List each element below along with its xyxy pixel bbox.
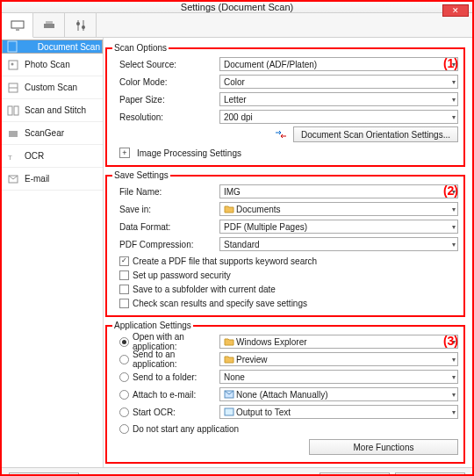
save-in-value: Documents (236, 205, 281, 214)
file-name-value: IMG (224, 187, 241, 197)
chevron-down-icon: ▾ (452, 96, 456, 104)
titlebar: Settings (Document Scan) ✕ (2, 2, 472, 13)
keyword-search-label: Create a PDF file that supports keyword … (133, 256, 317, 266)
open-with-app-value: Windows Explorer (236, 337, 307, 347)
defaults-button[interactable]: Defaults (320, 472, 390, 477)
section-number-3: (3) (443, 334, 458, 348)
color-mode-value: Color (224, 77, 245, 87)
chevron-down-icon: ▾ (452, 408, 456, 416)
scanner-icon (42, 20, 56, 31)
password-security-label: Set up password security (133, 270, 231, 280)
sidebar-item-label: ScanGear (25, 128, 64, 138)
svg-rect-19 (225, 408, 233, 415)
svg-point-10 (11, 62, 14, 65)
tab-from-scanner[interactable] (33, 13, 65, 38)
scangear-icon (7, 127, 19, 140)
window-title: Settings (Document Scan) (181, 2, 293, 12)
folder-icon (224, 205, 234, 213)
send-to-app-dropdown[interactable]: Preview▾ (219, 352, 458, 366)
svg-rect-3 (46, 21, 53, 24)
email-icon (7, 173, 19, 185)
pdf-compression-label: PDF Compression: (112, 240, 219, 249)
orientation-swap-icon[interactable] (274, 129, 288, 140)
stitch-icon (7, 105, 19, 117)
start-ocr-label: Start OCR: (133, 407, 176, 417)
svg-point-7 (82, 25, 85, 29)
sidebar-item-email[interactable]: E-mail (2, 168, 103, 191)
select-source-label: Select Source: (112, 60, 219, 69)
attach-email-label: Attach to e-mail: (133, 390, 196, 400)
chevron-down-icon: ▾ (452, 206, 456, 213)
paper-size-value: Letter (224, 95, 247, 105)
send-to-folder-dropdown[interactable]: None▾ (219, 370, 458, 384)
send-to-app-value: Preview (236, 355, 268, 364)
tab-tools[interactable] (65, 13, 97, 38)
svg-rect-2 (44, 24, 54, 28)
chevron-down-icon: ▾ (452, 391, 456, 399)
chevron-down-icon: ▾ (452, 78, 456, 86)
pdf-compression-value: Standard (224, 240, 260, 249)
send-to-app-label: Send to an application: (133, 350, 219, 369)
file-name-combo[interactable]: IMG▾ (219, 184, 458, 198)
sidebar-item-label: Photo Scan (25, 60, 70, 69)
expand-image-processing-button[interactable]: + (119, 148, 130, 158)
subfolder-date-checkbox[interactable] (119, 285, 129, 294)
top-tabs (2, 13, 472, 38)
pdf-compression-dropdown[interactable]: Standard▾ (219, 237, 458, 251)
color-mode-dropdown[interactable]: Color▾ (219, 75, 458, 89)
sidebar-item-label: Custom Scan (25, 83, 77, 92)
orientation-settings-button[interactable]: Document Scan Orientation Settings... (293, 126, 458, 142)
svg-rect-0 (11, 21, 24, 28)
sidebar-item-label: Scan and Stitch (25, 105, 86, 115)
explorer-icon (224, 337, 234, 346)
resolution-dropdown[interactable]: 200 dpi▾ (219, 110, 458, 124)
do-not-start-radio[interactable] (119, 424, 129, 434)
application-settings-group: Application Settings (3) Open with an ap… (105, 321, 465, 464)
sidebar-item-label: OCR (25, 151, 44, 161)
sidebar-item-custom-scan[interactable]: Custom Scan (2, 76, 103, 99)
sidebar-item-label: Document Scan (38, 42, 100, 52)
password-security-checkbox[interactable] (119, 270, 129, 280)
tab-from-computer[interactable] (2, 13, 33, 38)
custom-icon (7, 82, 19, 94)
preview-icon (224, 355, 234, 364)
open-with-app-dropdown[interactable]: Windows Explorer▾ (219, 335, 458, 349)
svg-point-5 (76, 22, 80, 25)
instructions-button[interactable]: Instructions (9, 472, 79, 477)
start-ocr-dropdown[interactable]: Output to Text▾ (219, 405, 458, 419)
data-format-dropdown[interactable]: PDF (Multiple Pages)▾ (219, 220, 458, 234)
sidebar-item-ocr[interactable]: TOCR (2, 145, 103, 168)
chevron-down-icon: ▾ (452, 223, 456, 231)
sidebar-item-photo-scan[interactable]: Photo Scan (2, 54, 103, 76)
attach-email-dropdown[interactable]: None (Attach Manually)▾ (219, 387, 458, 401)
paper-size-dropdown[interactable]: Letter▾ (219, 92, 458, 106)
scan-options-group: Scan Options (1) Select Source:Document … (105, 43, 465, 167)
save-in-dropdown[interactable]: Documents▾ (219, 202, 458, 216)
svg-rect-14 (14, 106, 18, 115)
bottom-bar: Instructions Defaults OK (2, 467, 472, 476)
scan-options-legend: Scan Options (112, 43, 169, 53)
close-button[interactable]: ✕ (442, 4, 469, 17)
paper-size-label: Paper Size: (112, 95, 219, 105)
sidebar-item-document-scan[interactable]: Document Scan (2, 40, 103, 54)
open-with-app-radio[interactable] (119, 337, 129, 347)
send-to-folder-value: None (224, 372, 245, 382)
start-ocr-radio[interactable] (119, 407, 129, 417)
color-mode-label: Color Mode: (112, 77, 219, 87)
section-number-1: (1) (443, 56, 458, 70)
sidebar-item-scan-and-stitch[interactable]: Scan and Stitch (2, 99, 103, 122)
sidebar-item-label: E-mail (25, 174, 49, 184)
keyword-search-checkbox[interactable] (119, 256, 129, 266)
send-to-app-radio[interactable] (119, 355, 129, 364)
more-functions-button[interactable]: More Functions (309, 439, 458, 455)
attach-email-radio[interactable] (119, 390, 129, 400)
check-results-checkbox[interactable] (119, 299, 129, 308)
send-to-folder-radio[interactable] (119, 372, 129, 382)
sliders-icon (75, 19, 87, 32)
ok-button[interactable]: OK (395, 472, 465, 477)
photo-icon (7, 59, 19, 71)
sidebar-item-scangear[interactable]: ScanGear (2, 122, 103, 145)
select-source-dropdown[interactable]: Document (ADF/Platen)▾ (219, 57, 458, 71)
chevron-down-icon: ▾ (452, 113, 456, 121)
monitor-icon (11, 20, 25, 31)
